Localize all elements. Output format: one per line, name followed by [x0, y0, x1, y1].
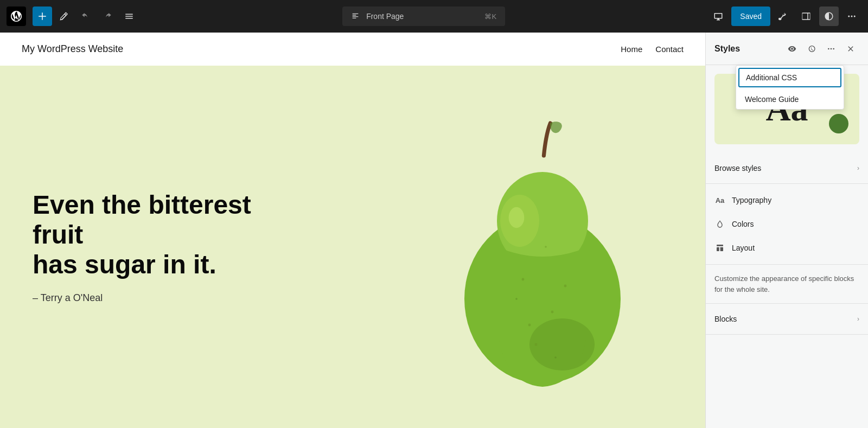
- blocks-label: Blocks: [714, 315, 851, 323]
- site-header: My WordPress Website Home Contact: [0, 33, 705, 66]
- hero-attribution: – Terry a O'Neal: [33, 292, 282, 304]
- wrench-icon: [778, 11, 788, 21]
- layout-icon: [714, 242, 725, 253]
- droplet-icon: [716, 220, 724, 228]
- wp-logo[interactable]: [7, 7, 26, 26]
- svg-point-17: [831, 48, 832, 49]
- page-title-text: Front Page: [366, 12, 404, 21]
- svg-point-0: [848, 16, 850, 17]
- plus-icon: [37, 11, 47, 21]
- wordpress-icon: [10, 10, 23, 23]
- document-icon: [351, 12, 360, 21]
- colors-label: Colors: [732, 220, 859, 228]
- keyboard-shortcut: ⌘K: [484, 12, 496, 21]
- browse-styles-section: Browse styles ›: [706, 153, 868, 184]
- view-styles-button[interactable]: [783, 40, 801, 58]
- desktop-icon: [713, 11, 723, 21]
- layout-icon-svg: [716, 244, 724, 252]
- sidebar-more-button[interactable]: [822, 40, 840, 58]
- svg-point-13: [545, 246, 547, 248]
- svg-point-6: [509, 207, 525, 228]
- svg-point-16: [828, 48, 829, 49]
- browse-styles-chevron: ›: [857, 164, 859, 172]
- page-title-bar[interactable]: Front Page ⌘K: [342, 7, 505, 26]
- svg-point-8: [522, 278, 525, 281]
- styles-sidebar: Styles Aa: [705, 33, 868, 428]
- typography-item[interactable]: Aa Typography: [706, 188, 868, 212]
- save-button[interactable]: Saved: [731, 7, 770, 26]
- contrast-icon: [824, 11, 834, 21]
- svg-point-18: [833, 48, 834, 49]
- sidebar-header-actions: [783, 40, 859, 58]
- main-toolbar: Front Page ⌘K Saved: [0, 0, 868, 33]
- site-navigation: Home Contact: [621, 44, 684, 54]
- history-button[interactable]: [803, 40, 820, 58]
- svg-point-2: [854, 16, 856, 17]
- more-options-button[interactable]: [842, 7, 861, 26]
- undo-button[interactable]: [76, 7, 95, 26]
- clock-icon: [807, 44, 816, 53]
- typography-label: Typography: [732, 196, 859, 205]
- browse-styles-item[interactable]: Browse styles ›: [706, 157, 868, 179]
- hero-text-block: Even the bitterest fruithas sugar in it.…: [33, 190, 282, 304]
- browse-styles-label: Browse styles: [714, 164, 851, 173]
- svg-rect-21: [720, 247, 723, 251]
- tools-button[interactable]: [774, 7, 793, 26]
- typography-icon-text: Aa: [716, 196, 725, 205]
- svg-rect-20: [717, 247, 719, 251]
- main-area: My WordPress Website Home Contact Even t…: [0, 33, 868, 428]
- sidebar-toggle-button[interactable]: [796, 7, 816, 26]
- redo-button[interactable]: [98, 7, 117, 26]
- style-toggle-button[interactable]: [819, 7, 839, 26]
- colors-icon: [714, 219, 725, 229]
- pen-icon: [59, 11, 69, 21]
- pear-svg: [445, 117, 640, 390]
- blocks-item[interactable]: Blocks ›: [706, 308, 868, 330]
- layout-label: Layout: [732, 244, 859, 252]
- add-block-button[interactable]: [33, 7, 52, 26]
- sidebar-icon: [801, 11, 811, 21]
- site-title: My WordPress Website: [22, 43, 123, 55]
- close-sidebar-button[interactable]: [842, 40, 859, 58]
- svg-rect-19: [717, 245, 723, 246]
- nav-contact[interactable]: Contact: [655, 44, 684, 54]
- typography-icon: Aa: [714, 195, 725, 206]
- undo-icon: [81, 11, 91, 21]
- list-icon: [124, 11, 134, 21]
- dropdown-menu: Additional CSS Welcome Guide: [736, 65, 844, 110]
- hero-heading: Even the bitterest fruithas sugar in it.: [33, 190, 282, 280]
- style-color-dot: [829, 114, 848, 133]
- svg-point-9: [551, 311, 554, 314]
- toolbar-center: Front Page ⌘K: [141, 7, 706, 26]
- dropdown-item-additional-css[interactable]: Additional CSS: [738, 68, 841, 87]
- ellipsis-icon: [847, 11, 857, 21]
- dropdown-item-welcome-guide[interactable]: Welcome Guide: [736, 90, 844, 109]
- hero-pear-image: [445, 117, 640, 377]
- sidebar-header: Styles: [706, 33, 868, 65]
- canvas: My WordPress Website Home Contact Even t…: [0, 33, 705, 428]
- hero-section: Even the bitterest fruithas sugar in it.…: [0, 66, 705, 428]
- svg-point-1: [851, 16, 853, 17]
- eye-icon: [788, 44, 796, 53]
- edit-mode-button[interactable]: [54, 7, 74, 26]
- svg-point-10: [535, 343, 538, 346]
- typography-section: Aa Typography Colors Layout: [706, 184, 868, 265]
- nav-home[interactable]: Home: [621, 44, 642, 54]
- toolbar-right-actions: Saved: [709, 7, 861, 26]
- colors-item[interactable]: Colors: [706, 212, 868, 236]
- svg-point-11: [564, 285, 567, 288]
- svg-point-7: [529, 318, 595, 370]
- blocks-section: Blocks ›: [706, 304, 868, 335]
- preview-button[interactable]: [709, 7, 728, 26]
- close-icon: [846, 44, 855, 53]
- svg-point-14: [515, 298, 518, 300]
- svg-point-12: [528, 324, 531, 327]
- layout-item[interactable]: Layout: [706, 236, 868, 260]
- three-dot-icon: [827, 44, 835, 53]
- list-view-button[interactable]: [119, 7, 139, 26]
- svg-point-15: [554, 356, 557, 359]
- sidebar-description: Customize the appearance of specific blo…: [706, 265, 868, 304]
- redo-icon: [103, 11, 112, 21]
- blocks-chevron: ›: [857, 315, 859, 323]
- sidebar-title: Styles: [714, 44, 783, 54]
